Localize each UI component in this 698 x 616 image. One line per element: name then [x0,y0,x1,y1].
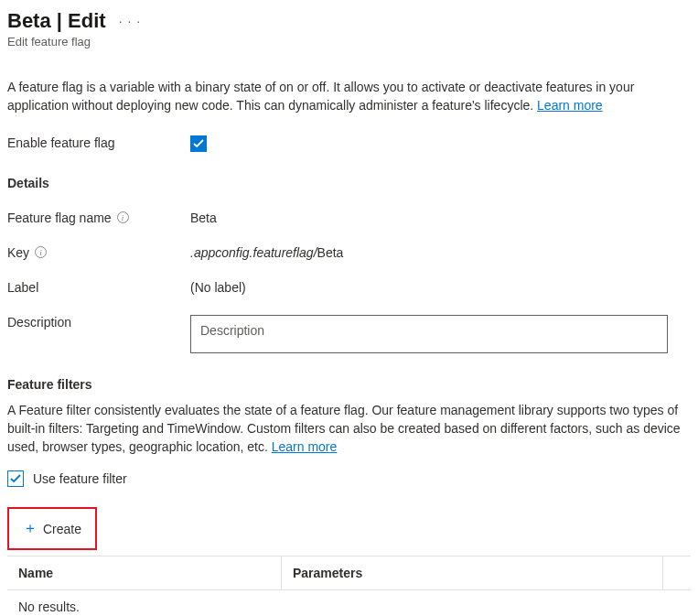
description-label: Description [7,315,190,330]
table-empty-row: No results. [7,589,691,616]
filters-learn-more-link[interactable]: Learn more [272,439,338,454]
key-prefix: .appconfig.featureflag/ [190,245,317,260]
description-input[interactable] [190,315,668,353]
plus-icon: ＋ [23,519,38,538]
feature-name-value: Beta [190,211,217,225]
use-filter-label: Use feature filter [33,471,127,486]
intro-learn-more-link[interactable]: Learn more [537,98,603,113]
label-value: (No label) [190,280,246,295]
col-actions [663,557,691,589]
use-filter-checkbox[interactable] [7,470,24,487]
filters-intro: A Feature filter consistently evaluates … [7,401,691,457]
create-button-label: Create [43,522,81,536]
check-icon [193,138,204,149]
feature-name-label: Feature flag name [7,211,112,225]
label-label: Label [7,280,190,295]
info-icon[interactable]: i [117,211,129,223]
intro-text: A feature flag is a variable with a bina… [7,78,691,115]
check-icon [10,473,21,484]
key-value: .appconfig.featureflag/Beta [190,245,343,260]
filters-table: Name Parameters No results. [7,556,691,616]
key-label: Key [7,245,29,260]
enable-flag-checkbox[interactable] [190,135,207,152]
table-header: Name Parameters [7,557,691,589]
filters-section-title: Feature filters [7,377,691,392]
page-subtitle: Edit feature flag [7,35,691,49]
enable-flag-label: Enable feature flag [7,135,190,150]
key-suffix: Beta [317,245,344,260]
col-parameters[interactable]: Parameters [282,557,663,589]
filters-body: A Feature filter consistently evaluates … [7,403,681,455]
info-icon[interactable]: i [35,246,47,258]
page-title: Beta | Edit [7,9,106,33]
create-button[interactable]: ＋ Create [14,513,91,544]
details-section-title: Details [7,176,691,190]
more-actions-icon[interactable]: · · · [119,14,141,28]
create-button-highlight: ＋ Create [7,507,97,550]
col-name[interactable]: Name [7,557,282,589]
